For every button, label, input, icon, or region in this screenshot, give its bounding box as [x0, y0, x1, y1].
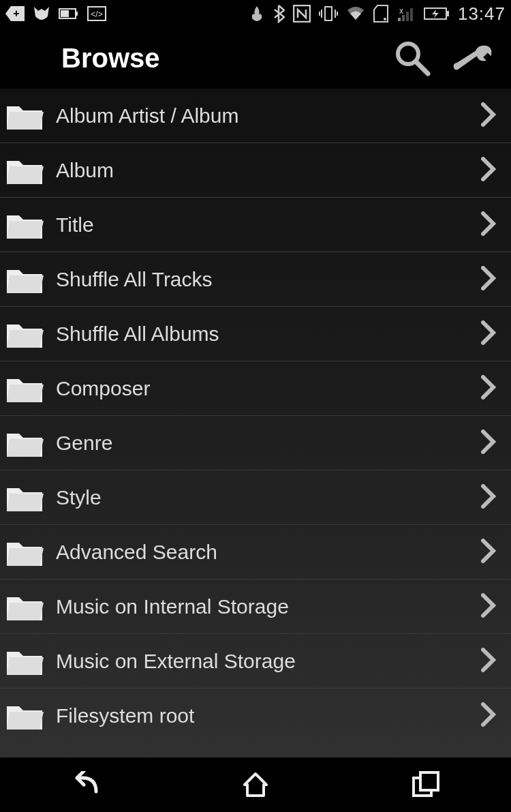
browse-list: Album Artist / Album Album Title Shuffle…	[0, 89, 511, 757]
list-item-label: Composer	[56, 377, 469, 400]
list-item-label: Shuffle All Albums	[56, 322, 469, 346]
list-item-filesystem-root[interactable]: Filesystem root	[0, 689, 511, 743]
list-item-shuffle-all-tracks[interactable]: Shuffle All Tracks	[0, 252, 511, 307]
folder-icon	[5, 155, 44, 185]
folder-icon	[5, 646, 44, 676]
chevron-right-icon	[481, 320, 500, 348]
svg-rect-3	[76, 12, 78, 16]
svg-point-12	[384, 18, 386, 20]
list-item-advanced-search[interactable]: Advanced Search	[0, 525, 511, 580]
svg-rect-23	[420, 772, 438, 790]
chevron-right-icon	[481, 375, 500, 402]
svg-rect-13	[398, 18, 401, 21]
svg-rect-14	[402, 15, 405, 21]
list-item-label: Music on External Storage	[56, 650, 469, 673]
list-item-label: Album Artist / Album	[56, 104, 469, 127]
list-item-album-artist-album[interactable]: Album Artist / Album	[0, 89, 511, 143]
list-item-label: Filesystem root	[56, 704, 469, 727]
wifi-icon	[346, 6, 365, 21]
folder-icon	[5, 592, 44, 622]
list-item-music-external-storage[interactable]: Music on External Storage	[0, 634, 511, 689]
app-header: Browse	[0, 27, 511, 89]
recent-apps-button[interactable]	[405, 768, 446, 801]
battery-icon-small	[59, 7, 79, 20]
chevron-right-icon	[481, 648, 500, 675]
code-icon: </>	[87, 6, 106, 21]
svg-rect-7	[325, 7, 332, 20]
svg-text:</>: </>	[91, 10, 102, 19]
folder-icon	[5, 537, 44, 567]
navigation-bar	[0, 757, 511, 812]
folder-icon	[5, 101, 44, 131]
svg-rect-16	[410, 8, 413, 21]
wrench-icon	[452, 41, 495, 75]
battery-charging-icon	[424, 7, 450, 20]
list-item-label: Advanced Search	[56, 541, 469, 564]
nfc-icon	[293, 5, 311, 22]
folder-icon	[5, 428, 44, 458]
list-item-album[interactable]: Album	[0, 143, 511, 198]
page-title: Browse	[61, 43, 391, 74]
bluetooth-icon	[273, 4, 285, 23]
signal-icon: x	[397, 5, 416, 22]
flame-icon	[249, 5, 264, 22]
list-item-label: Genre	[56, 432, 469, 455]
search-icon	[392, 38, 432, 78]
chevron-right-icon	[481, 102, 500, 130]
svg-line-21	[416, 61, 428, 74]
chevron-right-icon	[481, 430, 500, 457]
list-item-composer[interactable]: Composer	[0, 361, 511, 416]
home-button[interactable]	[235, 768, 276, 801]
chevron-right-icon	[481, 539, 500, 566]
list-item-music-internal-storage[interactable]: Music on Internal Storage	[0, 580, 511, 634]
clock: 13:47	[458, 3, 506, 25]
sd-card-icon	[373, 5, 388, 22]
list-item-shuffle-all-albums[interactable]: Shuffle All Albums	[0, 307, 511, 361]
back-tag-icon: +	[5, 6, 25, 21]
folder-icon	[5, 319, 44, 349]
back-button[interactable]	[65, 768, 106, 801]
svg-text:+: +	[13, 7, 19, 19]
list-item-label: Album	[56, 159, 469, 182]
chevron-right-icon	[481, 484, 500, 511]
svg-rect-2	[61, 10, 69, 17]
cat-icon	[33, 5, 50, 22]
list-item-genre[interactable]: Genre	[0, 416, 511, 470]
status-bar: + </>	[0, 0, 511, 27]
search-button[interactable]	[391, 37, 433, 79]
chevron-right-icon	[481, 211, 500, 239]
folder-icon	[5, 265, 44, 295]
settings-button[interactable]	[452, 37, 495, 79]
back-icon	[69, 771, 102, 798]
svg-rect-15	[406, 12, 409, 21]
vibrate-icon	[319, 5, 338, 22]
list-item-label: Shuffle All Tracks	[56, 268, 469, 291]
folder-icon	[5, 483, 44, 513]
chevron-right-icon	[481, 157, 500, 184]
list-item-label: Music on Internal Storage	[56, 595, 469, 618]
svg-rect-19	[446, 11, 449, 16]
chevron-right-icon	[481, 593, 500, 620]
chevron-right-icon	[481, 266, 500, 293]
folder-icon	[5, 374, 44, 404]
svg-text:x: x	[399, 6, 403, 16]
recent-apps-icon	[411, 771, 441, 798]
folder-icon	[5, 210, 44, 240]
list-item-style[interactable]: Style	[0, 470, 511, 525]
list-item-label: Title	[56, 213, 469, 237]
list-item-title[interactable]: Title	[0, 198, 511, 252]
chevron-right-icon	[481, 702, 500, 730]
folder-icon	[5, 701, 44, 731]
home-icon	[242, 771, 269, 798]
list-item-label: Style	[56, 486, 469, 509]
